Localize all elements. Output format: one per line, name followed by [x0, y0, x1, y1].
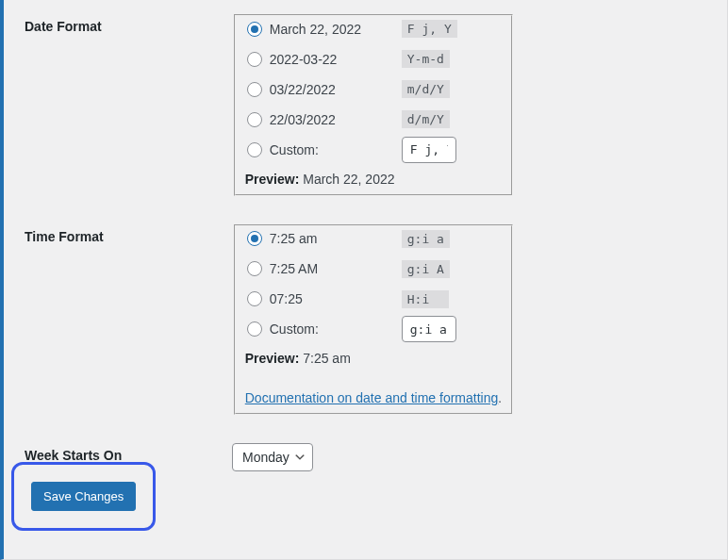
- date-format-custom-input[interactable]: [402, 137, 456, 163]
- date-format-display: 22/03/2022: [270, 112, 402, 127]
- time-format-row: Time Format 7:25 amg:i a7:25 AMg:i A07:2…: [4, 210, 524, 430]
- time-format-custom-radio[interactable]: [247, 321, 262, 337]
- date-format-code: m/d/Y: [402, 80, 450, 98]
- date-format-label: Date Format: [4, 0, 223, 210]
- date-format-radio[interactable]: [247, 22, 262, 37]
- time-format-label: Time Format: [4, 210, 223, 430]
- time-format-code: H:i: [402, 290, 449, 308]
- week-starts-on-select[interactable]: Monday: [232, 443, 313, 471]
- time-format-radio[interactable]: [247, 291, 262, 306]
- time-format-preview-label: Preview:: [245, 351, 300, 366]
- date-format-option[interactable]: 22/03/2022d/m/Y: [245, 111, 502, 128]
- time-format-display: 7:25 am: [270, 231, 402, 246]
- save-highlight: Save Changes: [11, 462, 156, 531]
- date-format-display: 2022-03-22: [270, 52, 402, 67]
- time-format-option[interactable]: 7:25 AMg:i A: [245, 260, 502, 277]
- date-time-docs-link[interactable]: Documentation on date and time formattin…: [245, 390, 499, 405]
- time-format-radio[interactable]: [247, 261, 262, 276]
- date-format-code: F j, Y: [402, 20, 457, 38]
- time-format-option[interactable]: 7:25 amg:i a: [245, 230, 502, 247]
- date-format-radio[interactable]: [247, 82, 262, 97]
- date-format-option[interactable]: March 22, 2022F j, Y: [245, 21, 502, 38]
- date-format-display: 03/22/2022: [270, 82, 402, 97]
- time-format-display: 07:25: [270, 291, 402, 306]
- time-format-radio[interactable]: [247, 231, 262, 246]
- save-changes-button[interactable]: Save Changes: [31, 482, 136, 511]
- date-format-custom-label: Custom:: [270, 142, 402, 157]
- date-format-display: March 22, 2022: [270, 22, 402, 37]
- date-format-code: Y-m-d: [402, 50, 450, 68]
- date-format-preview-label: Preview:: [245, 172, 300, 187]
- time-format-custom-option[interactable]: Custom:: [245, 321, 502, 338]
- time-format-fieldset: 7:25 amg:i a7:25 AMg:i A07:25H:iCustom:P…: [234, 224, 513, 416]
- time-format-code: g:i A: [402, 260, 450, 278]
- date-format-custom-radio[interactable]: [247, 142, 262, 157]
- time-format-code: g:i a: [402, 230, 450, 248]
- date-format-radio[interactable]: [247, 112, 262, 127]
- time-format-display: 7:25 AM: [270, 261, 402, 276]
- date-format-radio[interactable]: [247, 52, 262, 67]
- date-format-option[interactable]: 03/22/2022m/d/Y: [245, 81, 502, 98]
- time-format-option[interactable]: 07:25H:i: [245, 290, 502, 307]
- date-format-fieldset: March 22, 2022F j, Y2022-03-22Y-m-d03/22…: [234, 14, 513, 196]
- time-format-preview: Preview: 7:25 am: [245, 351, 502, 366]
- time-format-custom-label: Custom:: [270, 321, 402, 337]
- time-format-custom-input[interactable]: [402, 316, 456, 342]
- date-format-custom-option[interactable]: Custom:: [245, 141, 502, 158]
- date-format-option[interactable]: 2022-03-22Y-m-d: [245, 51, 502, 68]
- date-format-preview: Preview: March 22, 2022: [245, 172, 502, 187]
- date-format-row: Date Format March 22, 2022F j, Y2022-03-…: [4, 0, 524, 210]
- date-format-code: d/m/Y: [402, 110, 450, 128]
